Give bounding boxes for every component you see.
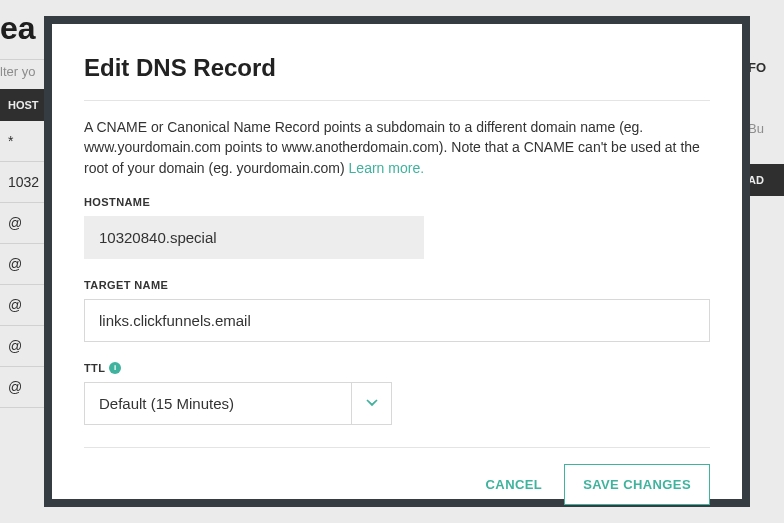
- target-name-label: TARGET NAME: [84, 279, 710, 291]
- edit-dns-modal: Edit DNS Record A CNAME or Canonical Nam…: [52, 24, 742, 499]
- info-icon[interactable]: i: [109, 362, 121, 374]
- ttl-label-text: TTL: [84, 362, 105, 374]
- ttl-select[interactable]: Default (15 Minutes): [84, 382, 710, 425]
- modal-title: Edit DNS Record: [84, 54, 710, 82]
- ttl-dropdown-button[interactable]: [352, 382, 392, 425]
- divider: [84, 100, 710, 101]
- ttl-label: TTL i: [84, 362, 710, 374]
- chevron-down-icon: [366, 399, 378, 407]
- modal-footer: CANCEL SAVE CHANGES: [84, 448, 710, 505]
- modal-frame: Edit DNS Record A CNAME or Canonical Nam…: [44, 16, 750, 507]
- learn-more-link[interactable]: Learn more.: [349, 160, 424, 176]
- hostname-label: HOSTNAME: [84, 196, 710, 208]
- modal-description: A CNAME or Canonical Name Record points …: [84, 117, 710, 178]
- ttl-value: Default (15 Minutes): [84, 382, 352, 425]
- target-name-input[interactable]: [84, 299, 710, 342]
- cancel-button[interactable]: CANCEL: [486, 477, 543, 492]
- save-changes-button[interactable]: SAVE CHANGES: [564, 464, 710, 505]
- hostname-field: 10320840.special: [84, 216, 424, 259]
